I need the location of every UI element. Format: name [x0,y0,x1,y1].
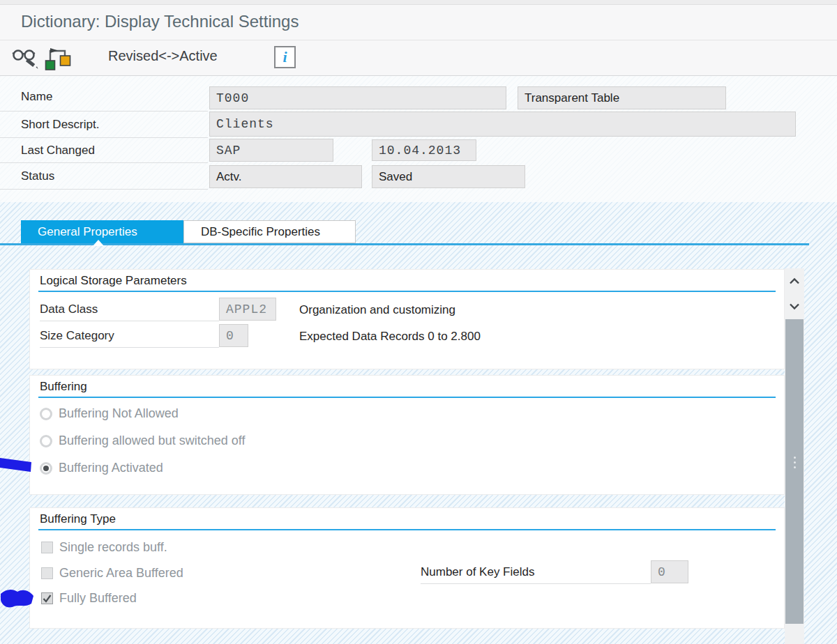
checkbox-icon [41,567,53,579]
revised-active-label: Revised<->Active [108,48,218,64]
radio-label: Buffering Not Allowed [59,406,179,421]
thumb-grip-dot [794,457,796,459]
checkbox-label: Single records buff. [59,540,167,555]
radio-buffering-activated[interactable]: Buffering Activated [40,461,163,475]
name-label: Name [0,82,208,112]
title-bar: Dictionary: Display Technical Settings [0,5,837,40]
size-category-field[interactable]: 0 [219,324,248,347]
highlight-arrow-buffering-activated [0,458,31,472]
thumb-grip-dot [794,466,796,468]
tab-db-specific-properties-label: DB-Specific Properties [201,225,320,239]
logical-storage-panel: Logical Storage Parameters Data Class AP… [29,269,785,369]
glasses-pencil-icon [11,47,39,70]
info-icon: i [282,49,287,65]
radio-label: Buffering allowed but switched off [59,434,246,448]
logical-storage-title: Logical Storage Parameters [40,274,187,288]
radio-icon [40,435,52,447]
last-changed-user-field[interactable]: SAP [209,139,333,162]
checkbox-single-records[interactable]: Single records buff. [41,540,167,555]
thumb-grip-dot [794,461,796,463]
header-fields-section: Name Short Descript. Last Changed Status… [0,76,837,202]
data-class-field[interactable]: APPL2 [219,298,276,321]
buffering-underline [38,397,776,398]
last-changed-date-field[interactable]: 10.04.2013 [372,139,476,161]
tab-db-specific-properties[interactable]: DB-Specific Properties [183,220,356,243]
checkbox-checked-icon [41,592,53,604]
radio-buffering-not-allowed[interactable]: Buffering Not Allowed [40,406,179,421]
number-of-key-fields-field[interactable]: 0 [651,560,688,583]
size-category-description: Expected Data Records 0 to 2.800 [299,330,481,344]
buffering-panel: Buffering Buffering Not Allowed Bufferin… [29,375,785,495]
page-title: Dictionary: Display Technical Settings [21,12,299,31]
swap-versions-icon [43,46,73,72]
size-category-label: Size Category [40,324,219,348]
data-class-description: Organization and customizing [299,303,455,317]
status-label: Status [0,163,208,190]
tab-strip-underline [0,243,809,245]
short-description-input[interactable]: Clients [209,112,796,137]
chevron-up-icon [788,277,801,286]
info-button[interactable]: i [274,46,296,68]
number-of-key-fields-label: Number of Key Fields [421,560,651,584]
buffering-type-underline [38,529,776,530]
data-class-label: Data Class [40,298,219,321]
status-field[interactable]: Actv. [209,165,362,188]
checkbox-icon [41,542,53,553]
active-tab-notch [93,240,104,246]
top-strip [0,0,837,5]
buffering-title: Buffering [40,380,87,394]
revised-active-button[interactable] [43,46,73,72]
checkbox-fully-buffered[interactable]: Fully Buffered [41,591,137,606]
scroll-up-button[interactable] [785,268,804,293]
scroll-down-button[interactable] [785,293,804,319]
tab-general-properties-label: General Properties [38,225,137,239]
scrollbar-thumb[interactable] [785,319,804,624]
vertical-scrollbar[interactable] [785,268,804,644]
short-description-label: Short Descript. [0,112,208,138]
last-changed-label: Last Changed [0,138,208,163]
checkbox-generic-area[interactable]: Generic Area Buffered [41,566,183,581]
checkbox-label: Fully Buffered [59,591,137,606]
display-change-button[interactable] [11,47,39,70]
radio-label: Buffering Activated [59,461,163,475]
chevron-down-icon [788,302,801,311]
checkbox-label: Generic Area Buffered [59,566,183,581]
name-input[interactable]: T000 [209,86,506,109]
radio-icon [40,408,52,420]
highlight-arrow-fully-buffered [1,590,33,608]
status-saved-field[interactable]: Saved [372,165,525,188]
buffering-type-panel: Buffering Type Single records buff. Gene… [29,507,785,629]
buffering-type-title: Buffering Type [40,512,116,526]
table-type-field[interactable]: Transparent Table [518,86,726,109]
sap-gui-window: Dictionary: Display Technical Settings R… [0,0,837,644]
radio-selected-icon [40,462,52,475]
radio-buffering-switched-off[interactable]: Buffering allowed but switched off [40,434,246,448]
logical-storage-underline [38,291,776,292]
application-toolbar: Revised<->Active i [0,40,837,76]
